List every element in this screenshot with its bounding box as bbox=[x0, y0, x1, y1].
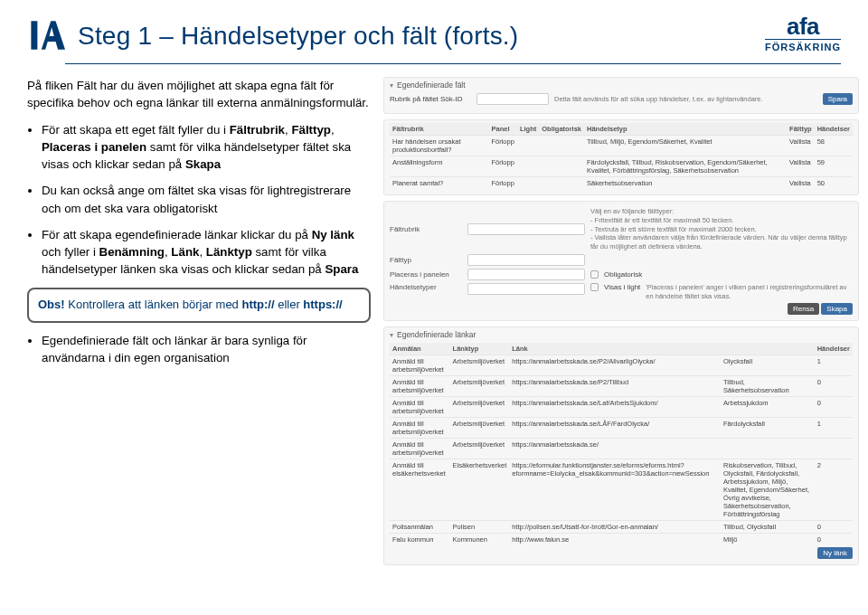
table-row[interactable]: Planerat samtal?FörloppSäkerhetsobservat… bbox=[390, 177, 853, 190]
bullet-2: Du kan också ange om fältet ska visas fö… bbox=[42, 182, 371, 217]
intro-text: På fliken Fält har du även möjlighet att… bbox=[27, 77, 371, 112]
bullet-3: För att skapa egendefinierade länkar kli… bbox=[42, 226, 371, 279]
label-placeras: Placeras i panelen bbox=[390, 270, 462, 279]
afa-logo: afa FÖRSÄKRING bbox=[765, 16, 841, 52]
table-header: Anmälan bbox=[390, 343, 450, 355]
table-row[interactable]: AnställningsformFörloppFärdolycksfall, T… bbox=[390, 156, 853, 177]
table-header: Light bbox=[517, 123, 539, 136]
save-button[interactable]: Spara bbox=[823, 93, 853, 105]
checkbox-visas-light[interactable] bbox=[590, 283, 599, 291]
accordion-custom-links[interactable]: ▾ Egendefinierade länkar bbox=[390, 330, 853, 339]
bullet-1: För att skapa ett eget fält fyller du i … bbox=[42, 121, 371, 174]
chevron-down-icon: ▾ bbox=[390, 81, 393, 90]
table-header bbox=[721, 343, 815, 355]
label-handelsetyper: Händelsetyper bbox=[390, 283, 462, 291]
table-header: Länk bbox=[509, 343, 721, 355]
table-header: Händelser bbox=[815, 343, 853, 355]
accordion-custom-fields[interactable]: ▾ Egendefinierade fält bbox=[390, 80, 853, 90]
afa-logo-sub: FÖRSÄKRING bbox=[765, 39, 841, 52]
table-row[interactable]: Anmäld till arbetsmiljöverketArbetsmiljö… bbox=[390, 397, 853, 418]
label-visas-light: Visas i light bbox=[604, 283, 640, 291]
ia-logo bbox=[27, 16, 65, 54]
table-row[interactable]: Anmäld till arbetsmiljöverketArbetsmiljö… bbox=[390, 439, 853, 459]
input-faltrubrik[interactable] bbox=[467, 223, 585, 235]
table-row[interactable]: Anmäld till arbetsmiljöverketArbetsmiljö… bbox=[390, 418, 853, 439]
header: Steg 1 – Händelsetyper och fält (forts.)… bbox=[0, 0, 868, 60]
panel-custom-links: ▾ Egendefinierade länkar AnmälanLänktypL… bbox=[383, 326, 859, 565]
table-row[interactable]: Falu kommunKommunenhttp://www.falun.seMi… bbox=[390, 534, 853, 546]
bullet-4: Egendefinierade fält och länkar är bara … bbox=[42, 332, 371, 367]
ia-logo-icon bbox=[27, 16, 65, 54]
input-sokid[interactable] bbox=[476, 93, 549, 105]
right-column: ▾ Egendefinierade fält Rubrik på fältet … bbox=[383, 77, 859, 571]
table-header: Länktyp bbox=[450, 343, 510, 355]
table-row[interactable]: Anmäld till arbetsmiljöverketArbetsmiljö… bbox=[390, 376, 853, 397]
chevron-down-icon: ▾ bbox=[390, 331, 393, 339]
table-header: Fältrubrik bbox=[390, 123, 488, 136]
left-column: På fliken Fält har du även möjlighet att… bbox=[27, 77, 371, 571]
table-row[interactable]: Har händelsen orsakat produktionsbortfal… bbox=[390, 136, 853, 156]
links-table: AnmälanLänktypLänkHändelser Anmäld till … bbox=[390, 343, 853, 545]
panel-field-table: FältrubrikPanelLightObligatoriskHändelse… bbox=[383, 119, 859, 195]
table-row[interactable]: Anmäld till arbetsmiljöverketArbetsmiljö… bbox=[390, 355, 853, 376]
table-header: Obligatorisk bbox=[539, 123, 584, 136]
checkbox-obligatorisk[interactable] bbox=[590, 270, 599, 279]
table-row[interactable]: PolisanmälanPolisenhttp://polisen.se/Uts… bbox=[390, 521, 853, 534]
hint-sokid: Detta fält används för att söka upp händ… bbox=[554, 95, 817, 104]
clear-button[interactable]: Rensa bbox=[788, 303, 819, 315]
obs-box: Obs! Kontrollera att länken börjar med h… bbox=[27, 288, 371, 323]
select-placeras[interactable] bbox=[467, 269, 585, 280]
panel-custom-fields: ▾ Egendefinierade fält Rubrik på fältet … bbox=[383, 77, 859, 114]
create-button[interactable]: Skapa bbox=[821, 303, 853, 315]
new-link-button[interactable]: Ny länk bbox=[817, 547, 853, 559]
select-falttyp[interactable] bbox=[467, 254, 585, 266]
label-faltrubrik: Fältrubrik bbox=[390, 225, 462, 233]
svg-rect-0 bbox=[31, 21, 37, 50]
table-header: Händelser bbox=[815, 123, 853, 136]
label-falttyp: Fälttyp bbox=[390, 256, 462, 264]
label-sokid: Rubrik på fältet Sök-ID bbox=[390, 95, 471, 103]
hint-placeras: 'Placeras i panelen' anger i vilken pane… bbox=[646, 283, 853, 301]
title-underline bbox=[65, 63, 841, 64]
table-header: Panel bbox=[488, 123, 516, 136]
table-header: Fälttyp bbox=[787, 123, 815, 136]
table-header: Händelsetyp bbox=[584, 123, 787, 136]
panel-field-form: Fältrubrik Välj en av följande fälttyper… bbox=[383, 201, 859, 321]
hint-falttyp: Välj en av följande fälttyper:- Fritextf… bbox=[590, 207, 853, 251]
fields-table: FältrubrikPanelLightObligatoriskHändelse… bbox=[390, 123, 853, 189]
table-row[interactable]: Anmäld till elsäkerhetsverketElsäkerhets… bbox=[390, 459, 853, 521]
afa-logo-text: afa bbox=[765, 16, 841, 37]
select-handelsetyper[interactable] bbox=[467, 283, 585, 295]
label-obligatorisk: Obligatorisk bbox=[604, 270, 642, 279]
page-title: Steg 1 – Händelsetyper och fält (forts.) bbox=[78, 22, 518, 51]
